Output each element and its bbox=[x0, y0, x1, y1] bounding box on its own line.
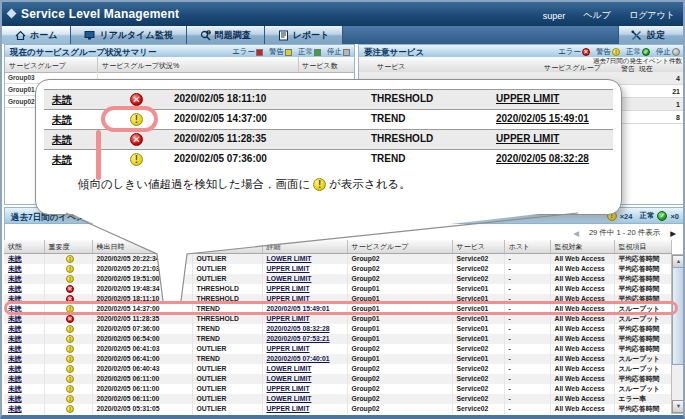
cell-host: - bbox=[504, 324, 550, 334]
cell-monitor-target: All Web Access bbox=[550, 344, 614, 354]
cell-type: TREND bbox=[192, 354, 262, 364]
detected-time: 2020/02/05 18:11:10 bbox=[174, 93, 266, 104]
detected-time: 2020/02/05 14:37:00 bbox=[174, 113, 267, 124]
events-table-header: 状態 重要度 検出日時 種別 詳細 サービスグループ サービス ホスト 監視対象… bbox=[4, 240, 671, 254]
event-row: 未読 2020/02/05 06:11:00 OUTLIER LOWER LIM… bbox=[4, 374, 671, 384]
cell-detail: UPPER LIMIT bbox=[262, 284, 347, 294]
magnifier-badge-icon: ! bbox=[200, 30, 211, 41]
status-link[interactable]: 未読 bbox=[52, 153, 72, 167]
status-link[interactable]: 未読 bbox=[8, 355, 22, 362]
detail-link[interactable]: UPPER LIMIT bbox=[267, 385, 310, 392]
cell-host: - bbox=[504, 274, 550, 284]
cell-host: - bbox=[504, 404, 550, 414]
cell-detected-time: 2020/02/05 05:31:05 bbox=[92, 404, 192, 414]
cell-type: OUTLIER bbox=[192, 394, 262, 404]
status-link[interactable]: 未読 bbox=[8, 315, 22, 322]
warning-icon bbox=[66, 335, 74, 343]
cell-service: Service02 bbox=[452, 254, 504, 265]
detail-link[interactable]: 2020/02/05 08:32:28 bbox=[267, 325, 330, 332]
event-row: 未読 2020/02/05 07:36:00 TREND 2020/02/05 … bbox=[4, 324, 671, 334]
warning-icon bbox=[66, 355, 74, 363]
detail-link[interactable]: UPPER LIMIT bbox=[267, 315, 310, 322]
error-icon bbox=[66, 315, 74, 323]
status-link[interactable]: 未読 bbox=[8, 335, 22, 342]
status-link[interactable]: 未読 bbox=[8, 395, 22, 402]
status-link[interactable]: 未読 bbox=[52, 113, 72, 127]
warning-icon bbox=[66, 365, 74, 373]
cell-service: Service02 bbox=[452, 404, 504, 414]
detail-link[interactable]: UPPER LIMIT bbox=[267, 345, 310, 352]
detail-link[interactable]: 2020/02/05 15:49:01 bbox=[496, 113, 589, 124]
warning-icon bbox=[66, 395, 74, 403]
detail-link[interactable]: 2020/02/05 08:32:28 bbox=[496, 153, 589, 164]
callout-bubble: 未読 2020/02/05 18:11:10 THRESHOLD UPPER L… bbox=[35, 79, 622, 215]
cell-service: Service01 bbox=[452, 324, 504, 334]
status-link[interactable]: 未読 bbox=[8, 285, 22, 292]
detail-link[interactable]: LOWER LIMIT bbox=[267, 365, 312, 372]
detail-link[interactable]: UPPER LIMIT bbox=[267, 265, 310, 272]
cell-type: OUTLIER bbox=[192, 364, 262, 374]
detail-link[interactable]: LOWER LIMIT bbox=[267, 255, 312, 262]
event-row: 未読 2020/02/05 05:31:05 OUTLIER UPPER LIM… bbox=[4, 404, 671, 414]
cell-type: TREND bbox=[192, 324, 262, 334]
detail-link[interactable]: 2020/02/05 07:53:21 bbox=[267, 335, 330, 342]
highlight-ring bbox=[101, 106, 158, 132]
next-page-button[interactable]: ▶ bbox=[670, 229, 676, 238]
event-row: 未読 2020/02/05 06:41:03 OUTLIER UPPER LIM… bbox=[4, 344, 671, 354]
nav-item-home[interactable]: ホーム bbox=[2, 26, 71, 44]
cell-type: OUTLIER bbox=[192, 254, 262, 265]
logout-link[interactable]: ログアウト bbox=[629, 9, 675, 22]
detail-link[interactable]: 2020/02/05 07:40:01 bbox=[267, 355, 330, 362]
status-link[interactable]: 未読 bbox=[8, 345, 22, 352]
detected-time: 2020/02/05 11:28:35 bbox=[174, 133, 266, 144]
detail-link[interactable]: LOWER LIMIT bbox=[267, 375, 312, 382]
app-logo-icon bbox=[7, 9, 17, 19]
scroll-down-button[interactable]: ▼ bbox=[672, 400, 685, 413]
detail-link[interactable]: UPPER LIMIT bbox=[267, 405, 310, 412]
cell-host: - bbox=[504, 334, 550, 344]
settings-button[interactable]: 設定 bbox=[618, 26, 683, 44]
event-row: 未読 2020/02/05 19:51:00 OUTLIER LOWER LIM… bbox=[4, 274, 671, 284]
cell-status: 未読 bbox=[4, 324, 44, 334]
cell-detail: UPPER LIMIT bbox=[262, 344, 347, 354]
help-link[interactable]: ヘルプ bbox=[583, 9, 611, 22]
status-link[interactable]: 未読 bbox=[8, 405, 22, 412]
cell-monitor-item: 平均応答時間 bbox=[614, 274, 671, 284]
status-link[interactable]: 未読 bbox=[8, 365, 22, 372]
cell-monitor-target: All Web Access bbox=[550, 264, 614, 274]
detail-link[interactable]: LOWER LIMIT bbox=[267, 275, 312, 282]
cell-service: Service01 bbox=[452, 284, 504, 294]
cell-status: 未読 bbox=[4, 354, 44, 364]
cell-service: Service01 bbox=[452, 334, 504, 344]
detail-link[interactable]: LOWER LIMIT bbox=[267, 395, 312, 402]
status-link[interactable]: 未読 bbox=[52, 93, 72, 107]
cell-service-group: Group01 bbox=[347, 354, 452, 364]
detail-link[interactable]: UPPER LIMIT bbox=[496, 133, 559, 144]
nav-item-realtime-monitor[interactable]: リアルタイム監視 bbox=[71, 26, 186, 44]
prev-page-button[interactable]: ◀ bbox=[573, 229, 579, 238]
detail-link[interactable]: UPPER LIMIT bbox=[496, 93, 559, 104]
status-link[interactable]: 未読 bbox=[52, 133, 72, 147]
cell-detail: LOWER LIMIT bbox=[262, 254, 347, 265]
event-row: 未読 2020/02/05 20:22:34 OUTLIER LOWER LIM… bbox=[4, 254, 671, 265]
detail-link[interactable]: UPPER LIMIT bbox=[267, 285, 310, 292]
event-row: 未読 2020/02/05 06:41:00 TREND 2020/02/05 … bbox=[4, 354, 671, 364]
status-link[interactable]: 未読 bbox=[8, 265, 22, 272]
cell-detail: UPPER LIMIT bbox=[262, 264, 347, 274]
status-link[interactable]: 未読 bbox=[8, 375, 22, 382]
scrollbar-thumb[interactable] bbox=[672, 267, 685, 365]
nav-item-report[interactable]: レポート bbox=[265, 26, 344, 44]
attention-legend: エラー 警告 正常 停止 bbox=[558, 47, 680, 57]
cell-detected-time: 2020/02/05 06:11:00 bbox=[92, 374, 192, 384]
attention-column-header: サービス サービスグループ 現在 過去7日間の発生イベント件数 警告 bbox=[359, 57, 684, 73]
status-link[interactable]: 未読 bbox=[8, 255, 22, 262]
warning-total: ×24 bbox=[620, 212, 633, 221]
pagination-info: 29 件中 1 - 20 件表示 bbox=[589, 228, 660, 238]
status-link[interactable]: 未読 bbox=[8, 385, 22, 392]
nav-item-problem-investigation[interactable]: ! 問題調査 bbox=[187, 26, 265, 44]
status-link[interactable]: 未読 bbox=[8, 325, 22, 332]
status-link[interactable]: 未読 bbox=[8, 275, 22, 282]
cell-host: - bbox=[504, 254, 550, 265]
events-scrollbar[interactable]: ▲ ▼ bbox=[671, 254, 684, 414]
warning-count: 21 bbox=[672, 88, 680, 95]
